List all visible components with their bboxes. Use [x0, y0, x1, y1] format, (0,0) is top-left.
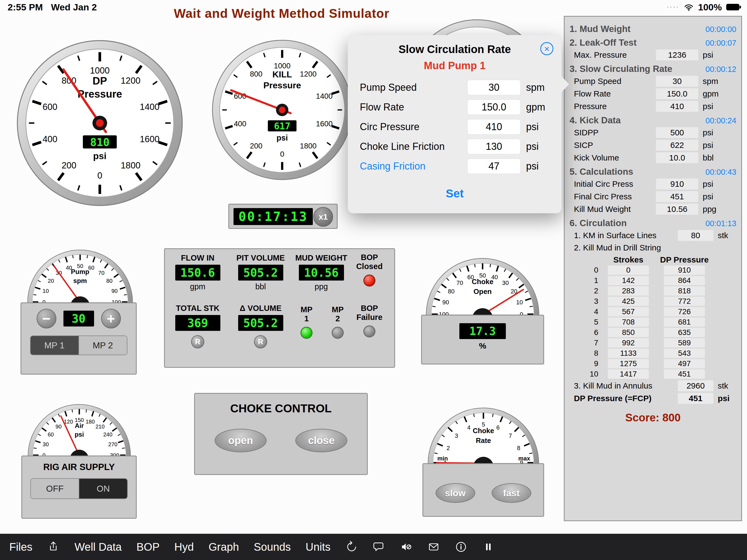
circ-pressure-label: Circ Pressure	[360, 121, 467, 133]
row-unit: psi	[703, 192, 713, 201]
mp1-toggle[interactable]: MP 1	[31, 336, 78, 355]
info-icon[interactable]	[455, 541, 467, 553]
section-title: 4. Kick Data	[570, 115, 621, 126]
sidebar-section-header: 2. Leak-Off Test00:00:07	[570, 37, 736, 48]
svg-text:1600: 1600	[140, 134, 159, 144]
row-index: 3	[570, 297, 598, 306]
rig-air-off-toggle[interactable]: OFF	[31, 479, 79, 499]
export-icon[interactable]	[47, 541, 60, 553]
row-label: 1. KM in Surface Lines	[574, 231, 678, 240]
svg-text:1400: 1400	[140, 102, 159, 112]
sidebar-data-row: Pressure410psi	[574, 101, 736, 112]
svg-text:8: 8	[517, 444, 520, 452]
popover-field-row: Casing Friction47psi	[360, 156, 549, 176]
mp2-toggle[interactable]: MP 2	[78, 336, 127, 355]
circulation-table-row: 101417451	[570, 370, 736, 379]
casing-friction-label[interactable]: Casing Friction	[360, 160, 467, 172]
delta-volume-reset-button[interactable]: R	[254, 335, 267, 348]
row-value-box: 2960	[678, 380, 713, 391]
strokes-value-box: 1133	[608, 349, 649, 358]
total-stk-display: 369	[175, 315, 221, 331]
svg-text:spm: spm	[73, 277, 87, 284]
pump-speed-decrease-button[interactable]: −	[36, 309, 56, 328]
circ-pressure-input[interactable]: 410	[467, 119, 521, 134]
dp-pressure-value-box: 635	[664, 328, 705, 337]
toolbar-sounds-button[interactable]: Sounds	[254, 541, 291, 553]
sidebar-data-row: Kick Volume10.0bbl	[574, 152, 736, 163]
rig-air-on-toggle[interactable]: ON	[79, 479, 127, 499]
section-time: 00:00:12	[705, 65, 736, 74]
svg-text:90: 90	[55, 424, 61, 430]
repeat-icon[interactable]	[345, 541, 358, 553]
svg-text:30: 30	[43, 441, 49, 447]
svg-text:psi: psi	[75, 431, 84, 438]
svg-text:1800: 1800	[121, 160, 140, 170]
row-label: Initial Circ Press	[574, 179, 656, 189]
toolbar-well-data-button[interactable]: Well Data	[74, 541, 122, 553]
time-speed-button[interactable]: x1	[313, 207, 333, 227]
pause-icon[interactable]	[482, 541, 495, 553]
sidebar-section-header: 3. Slow Circulating Rate00:00:12	[570, 64, 736, 74]
toolbar-bop-button[interactable]: BOP	[136, 541, 159, 553]
sidebar-section-header: 1. Mud Weight00:00:00	[570, 24, 736, 34]
row-label: Kill Mud Weight	[574, 205, 656, 214]
choke-open-button[interactable]: open	[215, 429, 266, 452]
row-unit: psi	[703, 179, 713, 189]
unit-label: spm	[526, 82, 549, 93]
choke-control-buttons: open close	[195, 429, 367, 452]
circulation-table-row: 00910	[570, 265, 736, 275]
close-icon[interactable]: ×	[540, 42, 553, 55]
pump-speed-increase-button[interactable]: +	[101, 309, 121, 328]
section-time: 00:00:00	[705, 25, 736, 34]
svg-text:Air: Air	[75, 422, 84, 429]
toolbar-files-button[interactable]: Files	[9, 541, 32, 553]
row-value-box: 622	[656, 140, 698, 151]
strokes-value-box: 283	[608, 286, 649, 296]
unit-label: gpm	[526, 101, 549, 113]
mp1-indicator: MP 1	[290, 305, 323, 339]
choke-close-button[interactable]: close	[295, 429, 347, 452]
delta-volume-label: Δ VOLUME	[232, 304, 289, 313]
svg-text:DP: DP	[93, 75, 107, 87]
toolbar-graph-button[interactable]: Graph	[209, 541, 239, 553]
set-button[interactable]: Set	[348, 187, 562, 200]
pump-speed-input[interactable]: 30	[467, 80, 521, 95]
section-time: 00:01:13	[705, 219, 736, 228]
choke-rate-fast-button[interactable]: fast	[492, 483, 531, 503]
choke-rate-slow-button[interactable]: slow	[436, 483, 475, 503]
section-time: 00:00:43	[705, 168, 736, 177]
row-index: 0	[570, 266, 598, 275]
flow-rate-input[interactable]: 150.0	[467, 100, 521, 115]
svg-text:200: 200	[61, 160, 76, 170]
sidebar-data-row: 1. KM in Surface Lines80stk	[574, 230, 736, 241]
rig-air-supply-label: RIG AIR SUPPLY	[22, 462, 136, 472]
svg-text:2: 2	[446, 444, 450, 452]
casing-friction-input[interactable]: 47	[467, 159, 521, 174]
sidebar-section-header: 6. Circulation00:01:13	[570, 218, 736, 228]
toolbar-hyd-button[interactable]: Hyd	[175, 541, 194, 553]
total-stk-reset-button[interactable]: R	[191, 335, 204, 348]
sidebar-section-header: 5. Calculations00:00:43	[570, 167, 736, 177]
mail-icon[interactable]	[428, 541, 440, 553]
svg-text:6: 6	[496, 424, 499, 431]
row-label: DP Pressure (=FCP)	[574, 394, 678, 403]
sidebar-data-row: Final Circ Press451psi	[574, 191, 736, 202]
toolbar-units-button[interactable]: Units	[306, 541, 331, 553]
gauge-svg: 123456789ChokeRateminmax	[424, 405, 542, 468]
svg-text:Open: Open	[473, 287, 492, 296]
total-stk-label: TOTAL STK	[169, 304, 226, 313]
row-value-box: 451	[656, 191, 698, 202]
procedure-sidebar: 1. Mud Weight00:00:002. Leak-Off Test00:…	[564, 16, 742, 521]
svg-text:120: 120	[64, 418, 73, 425]
row-unit: psi	[703, 141, 713, 150]
choke-line-friction-input[interactable]: 130	[467, 139, 521, 154]
row-label: SICP	[574, 141, 656, 150]
popover-field-row: Pump Speed30spm	[360, 78, 549, 97]
row-value-box: 30	[656, 76, 698, 87]
gauge-svg: 020040060080010001200140016001800KILLPre…	[210, 38, 354, 182]
chat-icon[interactable]	[373, 541, 385, 553]
svg-text:10: 10	[516, 299, 523, 306]
strokes-value-box: 0	[608, 265, 649, 275]
mute-icon[interactable]	[400, 541, 413, 553]
row-label: Final Circ Press	[574, 192, 656, 201]
